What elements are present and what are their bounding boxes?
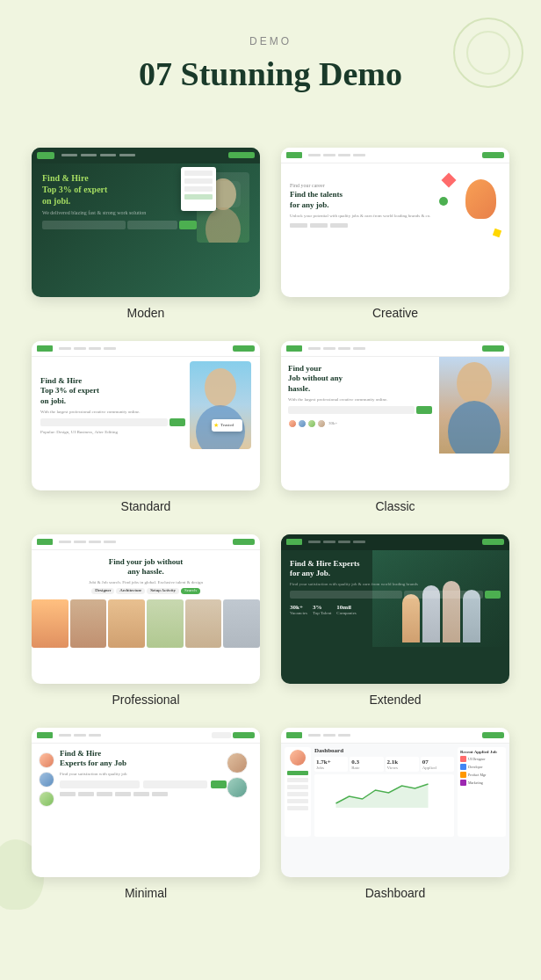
dashboard-stat4-num: 07 [422, 759, 452, 766]
standard-logo [37, 345, 53, 352]
demo-item-extended[interactable]: Find & Hire Expertsfor any Job. Find you… [281, 534, 509, 707]
minimal-partner [97, 792, 112, 796]
job-icon-amazon [460, 772, 466, 778]
demo-card-minimal[interactable]: Find & HireExperts for any Job Find your… [32, 728, 260, 877]
dashboard-nav-link [338, 734, 350, 737]
creative-nav-link [323, 154, 335, 156]
dashboard-chart [314, 774, 454, 837]
demo-item-minimal[interactable]: Find & HireExperts for any Job Find your… [32, 728, 260, 900]
minimal-avatar-right [227, 752, 248, 773]
dashboard-stat1: 1.7k+ Jobs [314, 757, 348, 772]
standard-person-svg [190, 361, 251, 449]
professional-person [108, 599, 145, 648]
demo-card-classic[interactable]: Find yourJob without anyhassle. With the… [281, 341, 509, 490]
dashboard-recent-jobs: Recent Applied Job UI Designer Developer… [458, 747, 506, 837]
classic-hero-text: Find yourJob without anyhassle. With the… [281, 357, 439, 454]
demo-card-extended[interactable]: Find & Hire Expertsfor any Job. Find you… [281, 534, 509, 684]
job-text: Developer [468, 765, 503, 769]
dashboard-label: Dashboard [365, 886, 426, 900]
classic-nav-btn [482, 345, 504, 352]
creative-eyebrow: Find your career [290, 183, 439, 188]
trust-text: Trusted [220, 423, 234, 427]
dashboard-job-item: Developer [460, 764, 503, 770]
classic-navbar [281, 341, 509, 357]
moden-nav-btn [228, 152, 255, 158]
minimal-nav-link [59, 734, 71, 737]
professional-person [223, 599, 260, 648]
minimal-partner [152, 792, 168, 796]
demo-item-classic[interactable]: Find yourJob without anyhassle. With the… [281, 341, 509, 513]
professional-nav-link [89, 541, 101, 543]
classic-avatars: 30k+ [288, 419, 432, 428]
minimal-hero-left [39, 749, 56, 807]
demo-card-moden[interactable]: Find & HireTop 3% of experton jobi. We d… [32, 148, 260, 297]
demo-card-dashboard[interactable]: Dashboard 1.7k+ Jobs 0.3 Rate 2.1k Views [281, 728, 509, 877]
extended-navbar [281, 534, 509, 550]
extended-stat3-num: 10mil [336, 604, 357, 611]
moden-nav-link [61, 154, 77, 156]
demo-card-professional[interactable]: Find your job withoutany hassle. Jobi & … [32, 534, 260, 684]
extended-stat2-label: Top Talent [313, 611, 331, 615]
creative-partner-logo [330, 223, 348, 228]
creative-nav-link [353, 154, 365, 156]
professional-person [185, 599, 222, 648]
minimal-search-input2 [143, 780, 207, 788]
minimal-hero-sub: Find your satisfaction with quality job [60, 772, 227, 776]
minimal-partner [133, 792, 149, 796]
standard-nav-link [104, 347, 116, 350]
dashboard-stat1-num: 1.7k+ [316, 759, 346, 766]
moden-dropdown-item [184, 186, 213, 192]
dashboard-sidebar-item [287, 778, 308, 782]
moden-navbar [32, 148, 260, 163]
extended-stat3-label: Companies [336, 611, 357, 615]
standard-hero-title: Find & HireTop 3% of experton jobi. [40, 376, 185, 407]
professional-hero: Find your job withoutany hassle. Jobi & … [32, 550, 260, 598]
demo-item-creative[interactable]: Find your career Find the talentsfor any… [281, 148, 509, 320]
creative-person [465, 179, 496, 219]
moden-hero: Find & HireTop 3% of experton jobi. We d… [32, 163, 260, 251]
dashboard-nav-link [308, 734, 321, 737]
minimal-label: Minimal [125, 886, 167, 900]
moden-hero-sub: We delivered blazing fast & strong work … [42, 210, 197, 215]
demo-item-standard[interactable]: Find & HireTop 3% of experton jobi. With… [32, 341, 260, 513]
minimal-partner [60, 792, 76, 796]
standard-nav-link [89, 347, 101, 350]
classic-hero-title: Find yourJob without anyhassle. [288, 364, 432, 395]
demo-card-standard[interactable]: Find & HireTop 3% of experton jobi. With… [32, 341, 260, 490]
professional-filter-bar: Designer Architecture Setup Activity Sea… [40, 588, 251, 594]
standard-hero-sub: With the largest professional creative c… [40, 410, 185, 414]
demo-item-moden[interactable]: Find & HireTop 3% of experton jobi. We d… [32, 148, 260, 320]
moden-dropdown-item [184, 194, 213, 200]
classic-hero-sub: With the largest professional creative c… [288, 397, 432, 402]
demo-item-professional[interactable]: Find your job withoutany hassle. Jobi & … [32, 534, 260, 707]
standard-nav-btn [233, 345, 255, 352]
creative-nav-link [308, 154, 321, 156]
moden-search-input [42, 221, 126, 229]
svg-point-3 [205, 368, 236, 407]
extended-nav-link [338, 541, 350, 543]
minimal-avatar-right [227, 777, 248, 798]
dashboard-sidebar-item [287, 771, 308, 775]
dashboard-stat2-label: Rate [351, 766, 381, 770]
professional-person [32, 599, 69, 648]
extended-search-bar [290, 591, 501, 599]
dashboard-stat3-label: Views [387, 766, 417, 770]
extended-stat1: 30k+ Vacancies [290, 604, 307, 615]
dashboard-navbar [281, 728, 509, 744]
standard-hero-text: Find & HireTop 3% of experton jobi. With… [40, 376, 190, 434]
creative-partner-logo [290, 223, 307, 228]
creative-hero-text: Find your career Find the talentsfor any… [290, 183, 439, 227]
moden-dropdown-item [184, 178, 213, 184]
classic-man-photo [439, 357, 509, 454]
classic-avatar [298, 419, 307, 428]
professional-search-btn-pill: Search [181, 588, 200, 594]
minimal-avatar [39, 772, 54, 788]
moden-search-btn [179, 221, 197, 229]
minimal-hero: Find & HireExperts for any Job Find your… [32, 744, 260, 840]
demo-item-dashboard[interactable]: Dashboard 1.7k+ Jobs 0.3 Rate 2.1k Views [281, 728, 509, 900]
job-text: UI Designer [468, 757, 503, 761]
extended-hero-text: Find & Hire Expertsfor any Job. Find you… [281, 550, 509, 647]
minimal-navbar [32, 728, 260, 744]
demo-card-creative[interactable]: Find your career Find the talentsfor any… [281, 148, 509, 297]
standard-search-bar [40, 418, 185, 426]
